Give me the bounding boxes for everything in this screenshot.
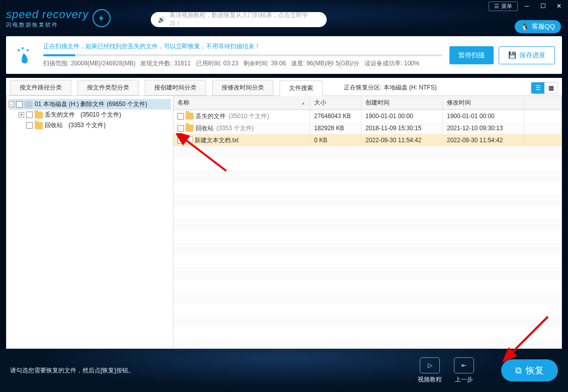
titlebar: speed recovery 闪电数据恢复软件 🔊 高清视频教程，数据恢复从入门… xyxy=(0,0,568,36)
file-size: 182928 KB xyxy=(310,122,361,134)
tree-lost-files[interactable]: + 丢失的文件 (35010 个文件) xyxy=(9,110,171,120)
col-name[interactable]: 名称▲ xyxy=(173,96,310,110)
file-mtime: 2022-09-30 11:54:42 xyxy=(443,134,524,146)
file-mtime: 2021-12-10 09:30:13 xyxy=(443,122,524,134)
folder-icon xyxy=(185,113,194,120)
file-count: (3353 个文件) xyxy=(217,124,254,133)
speaker-icon: 🔊 xyxy=(158,16,165,23)
file-count: (35010 个文件) xyxy=(229,112,269,121)
tree-checkbox[interactable] xyxy=(16,101,23,108)
folder-icon xyxy=(35,122,43,129)
menu-button[interactable]: ☰ 菜单 xyxy=(489,2,518,11)
file-icon xyxy=(185,136,193,144)
file-mtime: 1900-01-01 00:00 xyxy=(443,110,524,122)
partition-info: 正在恢复分区: 本地磁盘 (H: NTFS) xyxy=(344,83,437,92)
tree-root[interactable]: − 01 本地磁盘 (H:) 删除文件 (69650 个文件) xyxy=(9,99,171,110)
table-row[interactable]: 回收站(3353 个文件)182928 KB2018-11-09 15:30:1… xyxy=(173,122,561,134)
play-icon: ▷ xyxy=(420,357,440,373)
footer: 请勾选您需要恢复的文件，然后点[恢复]按钮。 ▷ 视频教程 ⇤ 上一步 ⧉ 恢复 xyxy=(0,349,568,392)
view-toggle: ☰ ▦ xyxy=(531,82,558,94)
collapse-icon[interactable]: − xyxy=(9,102,14,107)
col-size[interactable]: 大小 xyxy=(310,96,361,110)
tab-file-search[interactable]: 文件搜索 xyxy=(279,80,323,96)
qq-label: 客服QQ xyxy=(532,22,555,31)
list-view-button[interactable]: ☰ xyxy=(531,82,544,93)
app-logo: speed recovery 闪电数据恢复软件 xyxy=(6,8,111,29)
file-name: 回收站 xyxy=(196,124,214,133)
file-ctime: 1900-01-01 00:00 xyxy=(361,110,443,122)
table-row[interactable]: 新建文本文档.txt0 KB2022-09-30 11:54:422022-09… xyxy=(173,134,561,146)
save-icon: 💾 xyxy=(508,51,516,59)
category-tabs: 按文件路径分类 按文件类型分类 按创建时间分类 按修改时间分类 文件搜索 正在恢… xyxy=(6,78,562,95)
row-checkbox[interactable] xyxy=(177,113,184,120)
svg-point-1 xyxy=(22,47,24,49)
folder-icon xyxy=(185,125,194,132)
tab-by-type[interactable]: 按文件类型分类 xyxy=(77,80,139,95)
maximize-button[interactable]: ☐ xyxy=(536,1,550,11)
file-size: 0 KB xyxy=(310,134,361,146)
brand-name: speed recovery xyxy=(6,8,88,21)
file-list: 名称▲ 大小 创建时间 修改时间 丢失的文件(35010 个文件)2764604… xyxy=(173,96,561,348)
tab-by-path[interactable]: 按文件路径分类 xyxy=(10,80,71,95)
back-icon: ⇤ xyxy=(454,357,474,373)
col-mtime[interactable]: 修改时间 xyxy=(443,96,524,110)
tree-checkbox[interactable] xyxy=(26,112,33,118)
tree-recycle-bin[interactable]: 回收站 (3353 个文件) xyxy=(9,120,171,131)
grid-view-button[interactable]: ▦ xyxy=(544,82,557,93)
scan-status-panel: 正在扫描文件，如果已经找到您丢失的文件，可以立即恢复，不用等待扫描结束！ 扫描范… xyxy=(6,36,562,74)
scan-message: 正在扫描文件，如果已经找到您丢失的文件，可以立即恢复，不用等待扫描结束！ xyxy=(43,41,442,52)
file-ctime: 2022-09-30 11:54:42 xyxy=(361,134,443,146)
tab-by-mtime[interactable]: 按修改时间分类 xyxy=(212,80,273,95)
close-button[interactable]: ✕ xyxy=(552,1,566,11)
folder-icon xyxy=(35,112,43,119)
footer-hint: 请勾选您需要恢复的文件，然后点[恢复]按钮。 xyxy=(10,366,134,375)
tutorial-banner[interactable]: 🔊 高清视频教程，数据恢复从入门到精通，点击立即学习！ xyxy=(151,12,327,27)
qq-support-button[interactable]: 🐧 客服QQ xyxy=(515,20,561,33)
row-checkbox[interactable] xyxy=(177,125,184,132)
folder-tree: − 01 本地磁盘 (H:) 删除文件 (69650 个文件) + 丢失的文件 … xyxy=(7,96,173,348)
recover-icon: ⧉ xyxy=(515,365,522,376)
file-size: 27646043 KB xyxy=(310,110,361,122)
col-ctime[interactable]: 创建时间 xyxy=(361,96,443,110)
save-progress-button[interactable]: 💾 保存进度 xyxy=(499,46,555,64)
tree-checkbox[interactable] xyxy=(26,122,33,129)
expand-icon[interactable]: + xyxy=(19,112,24,118)
row-checkbox[interactable] xyxy=(177,137,184,144)
tutorial-text: 高清视频教程，数据恢复从入门到精通，点击立即学习！ xyxy=(169,11,320,28)
col-extra xyxy=(524,96,561,110)
menu-label: 菜单 xyxy=(501,3,512,10)
pause-scan-button[interactable]: 暂停扫描 xyxy=(449,46,494,64)
tab-by-ctime[interactable]: 按创建时间分类 xyxy=(145,80,206,95)
scan-stats: 扫描范围: 20008(MB)/246928(MB) 发现文件数: 31611 … xyxy=(43,58,442,69)
scan-icon xyxy=(13,44,36,67)
sort-indicator-icon: ▲ xyxy=(301,101,306,106)
file-ctime: 2018-11-09 15:30:15 xyxy=(361,122,443,134)
list-header: 名称▲ 大小 创建时间 修改时间 xyxy=(173,96,561,110)
brand-sub: 闪电数据恢复软件 xyxy=(6,21,88,29)
drive-icon xyxy=(25,101,33,108)
minimize-button[interactable]: ─ xyxy=(520,1,534,11)
scan-progress xyxy=(43,54,442,56)
file-name: 新建文本文档.txt xyxy=(195,136,239,145)
qq-icon: 🐧 xyxy=(521,23,529,31)
svg-point-0 xyxy=(18,49,20,51)
svg-point-2 xyxy=(27,49,29,51)
menu-icon: ☰ xyxy=(494,3,499,10)
recover-button[interactable]: ⧉ 恢复 xyxy=(501,359,558,381)
table-row[interactable]: 丢失的文件(35010 个文件)27646043 KB1900-01-01 00… xyxy=(173,110,561,122)
back-button[interactable]: ⇤ 上一步 xyxy=(454,357,474,384)
file-name: 丢失的文件 xyxy=(196,112,226,121)
bolt-icon xyxy=(92,9,111,27)
video-tutorial-button[interactable]: ▷ 视频教程 xyxy=(418,357,442,384)
